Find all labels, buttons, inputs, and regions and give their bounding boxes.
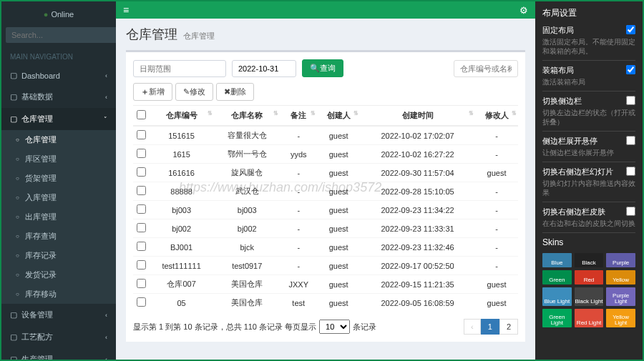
- sidebar-subitem[interactable]: 入库管理: [1, 188, 116, 207]
- sidebar-subitem[interactable]: 库存移动: [1, 285, 116, 304]
- cell-modifier: -: [475, 182, 518, 201]
- page-button[interactable]: 1: [481, 319, 499, 335]
- sidebar-subitem[interactable]: 仓库管理: [1, 130, 116, 149]
- sidebar-item[interactable]: ▢仓库管理˅: [1, 108, 116, 130]
- row-checkbox[interactable]: [137, 149, 146, 158]
- edit-button[interactable]: ✎修改: [175, 83, 213, 101]
- cell-remark: -: [280, 219, 317, 238]
- column-header[interactable]: 修改人⇅: [475, 106, 518, 127]
- sidebar-item[interactable]: ▢生产管理‹: [1, 348, 116, 361]
- table-row[interactable]: bj003 bj003 - guest 2022-09-23 11:34:22 …: [133, 201, 518, 219]
- page-button[interactable]: 2: [499, 319, 518, 335]
- chevron-icon: ‹: [105, 94, 107, 101]
- row-checkbox[interactable]: [137, 167, 146, 177]
- column-header[interactable]: 创建时间⇅: [360, 106, 475, 127]
- pager-info-prefix: 显示第 1 到第 10 条记录，总共 110 条记录 每页显示: [133, 322, 316, 332]
- row-checkbox[interactable]: [137, 186, 146, 195]
- sidebar-subitem[interactable]: 货架管理: [1, 169, 116, 188]
- sidebar-search: 🔍: [6, 27, 112, 43]
- nav-icon: ▢: [10, 71, 21, 80]
- page-button[interactable]: ‹: [464, 319, 481, 335]
- cell-creator: guest: [317, 294, 360, 312]
- sidebar-subitem[interactable]: 发货记录: [1, 265, 116, 285]
- skin-swatch[interactable]: Purple: [606, 253, 635, 267]
- search-input[interactable]: [6, 27, 116, 43]
- table-row[interactable]: 151615 容量很大仓 - guest 2022-10-02 17:02:07…: [133, 126, 518, 145]
- table-row[interactable]: 161616 旋风腿仓 - guest 2022-09-30 11:57:04 …: [133, 164, 518, 182]
- sidebar-subitem[interactable]: 库存记录: [1, 246, 116, 265]
- row-checkbox[interactable]: [137, 204, 146, 214]
- skin-swatch[interactable]: Yellow: [606, 270, 635, 285]
- skin-swatch[interactable]: Green Light: [542, 309, 572, 327]
- setting-label: 切换右侧边栏皮肤: [542, 207, 626, 217]
- setting-checkbox[interactable]: [626, 136, 635, 145]
- setting-label: 固定布局: [542, 25, 626, 36]
- setting-checkbox[interactable]: [626, 96, 635, 105]
- row-checkbox[interactable]: [137, 223, 146, 232]
- page-size-select[interactable]: 10: [319, 320, 350, 334]
- sidebar-subitem[interactable]: 库存查询: [1, 227, 116, 246]
- row-checkbox[interactable]: [137, 297, 146, 307]
- skin-swatch[interactable]: Blue Light: [542, 287, 572, 306]
- cell-name: bj003: [214, 201, 280, 219]
- skin-swatch[interactable]: Black Light: [575, 287, 604, 306]
- sidebar-item-label: 生产管理: [21, 354, 53, 361]
- setting-desc: 切换左边边栏的状态（打开或折叠）: [542, 108, 635, 127]
- table-row[interactable]: test111111 test0917 - guest 2022-09-17 0…: [133, 257, 518, 275]
- cell-remark: test: [280, 294, 317, 312]
- setting-checkbox[interactable]: [626, 25, 635, 34]
- table-row[interactable]: 05 美国仓库 test guest 2022-09-05 16:08:59 g…: [133, 294, 518, 312]
- sidebar-item[interactable]: ▢工艺配方‹: [1, 326, 116, 348]
- skin-swatch[interactable]: Purple Light: [606, 287, 635, 306]
- table-row[interactable]: BJ001 bjck - guest 2022-09-23 11:32:46 -: [133, 238, 518, 257]
- select-all-checkbox[interactable]: [137, 110, 146, 119]
- data-table: 仓库编号⇅仓库名称⇅备注⇅创建人⇅创建时间⇅修改人⇅ 151615 容量很大仓 …: [133, 105, 518, 312]
- skin-swatch[interactable]: Blue: [542, 253, 572, 267]
- chevron-icon: ‹: [105, 356, 107, 362]
- cell-created: 2022-09-30 11:57:04: [360, 164, 475, 182]
- menu-toggle-icon[interactable]: ≡: [123, 4, 129, 16]
- column-header[interactable]: 仓库编号⇅: [149, 106, 214, 127]
- setting-checkbox[interactable]: [626, 207, 635, 216]
- table-row[interactable]: 88888 武汉仓 - guest 2022-09-28 15:10:05 -: [133, 182, 518, 201]
- skin-swatch[interactable]: Red: [575, 270, 604, 285]
- breadcrumb: 仓库管理: [183, 31, 215, 41]
- date-range-input[interactable]: [133, 60, 226, 77]
- sidebar-item[interactable]: ▢基础数据‹: [1, 86, 116, 108]
- column-header[interactable]: 备注⇅: [280, 106, 317, 127]
- table-row[interactable]: bj002 bj002 - guest 2022-09-23 11:33:31 …: [133, 219, 518, 238]
- settings-toggle-icon[interactable]: ⚙: [519, 5, 528, 16]
- cell-modifier: -: [475, 201, 518, 219]
- row-checkbox[interactable]: [137, 130, 146, 139]
- nav-icon: ▢: [10, 355, 21, 361]
- cell-creator: guest: [317, 164, 360, 182]
- skin-swatch[interactable]: Black: [575, 253, 604, 267]
- delete-button[interactable]: ✖删除: [216, 83, 254, 101]
- column-header[interactable]: 创建人⇅: [317, 106, 360, 127]
- date-end-input[interactable]: [232, 60, 296, 77]
- setting-checkbox[interactable]: [626, 167, 635, 176]
- sidebar-item[interactable]: ▢Dashboard‹: [1, 65, 116, 86]
- sort-icon: ⇅: [469, 110, 474, 117]
- skin-swatch[interactable]: Red Light: [575, 309, 604, 327]
- table-row[interactable]: 1615 鄂州一号仓 yyds guest 2022-10-02 16:27:2…: [133, 145, 518, 164]
- sidebar-subitem[interactable]: 库区管理: [1, 149, 116, 169]
- table-row[interactable]: 仓库007 美国仓库 JXXY guest 2022-09-15 11:21:3…: [133, 275, 518, 294]
- setting-checkbox[interactable]: [626, 65, 635, 74]
- row-checkbox[interactable]: [137, 260, 146, 269]
- chevron-icon: ‹: [105, 72, 107, 79]
- query-button[interactable]: 🔍查询: [302, 59, 343, 77]
- row-checkbox[interactable]: [137, 279, 146, 288]
- cell-code: 161616: [149, 164, 214, 182]
- cell-created: 2022-09-23 11:34:22: [360, 201, 475, 219]
- sidebar-item[interactable]: ▢设备管理‹: [1, 304, 116, 326]
- cell-code: test111111: [149, 257, 214, 275]
- row-checkbox[interactable]: [137, 242, 146, 251]
- page-header: 仓库管理 仓库管理: [116, 19, 535, 50]
- column-header[interactable]: 仓库名称⇅: [214, 106, 280, 127]
- skin-swatch[interactable]: Yellow Light: [606, 309, 635, 327]
- code-name-search-input[interactable]: [454, 60, 518, 77]
- add-button[interactable]: ＋新增: [133, 83, 172, 101]
- skin-swatch[interactable]: Green: [542, 270, 572, 285]
- sidebar-subitem[interactable]: 出库管理: [1, 207, 116, 227]
